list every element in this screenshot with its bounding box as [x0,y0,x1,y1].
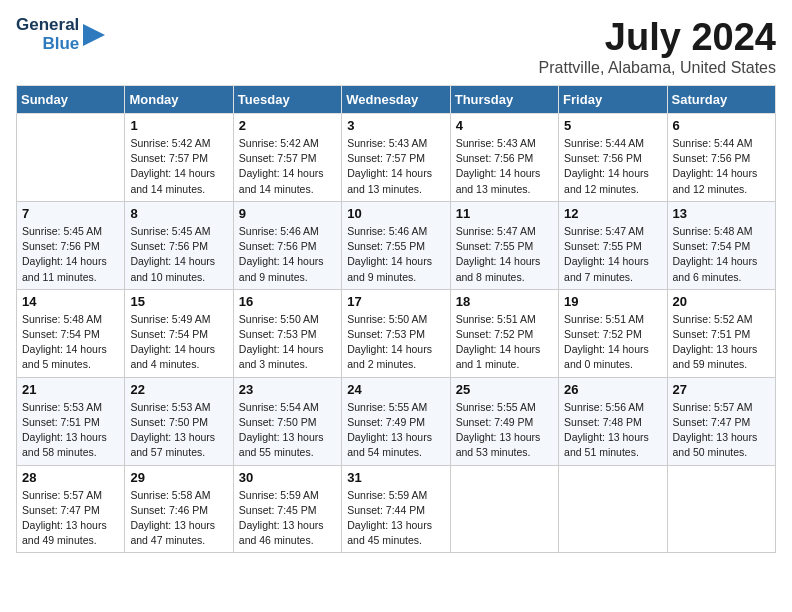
day-number: 17 [347,294,444,309]
cell-w1-d6: 5Sunrise: 5:44 AMSunset: 7:56 PMDaylight… [559,114,667,202]
cell-w5-d4: 31Sunrise: 5:59 AMSunset: 7:44 PMDayligh… [342,465,450,553]
cell-w2-d2: 8Sunrise: 5:45 AMSunset: 7:56 PMDaylight… [125,201,233,289]
day-info: Sunrise: 5:47 AMSunset: 7:55 PMDaylight:… [564,224,661,285]
cell-w1-d1 [17,114,125,202]
cell-w5-d6 [559,465,667,553]
cell-w3-d5: 18Sunrise: 5:51 AMSunset: 7:52 PMDayligh… [450,289,558,377]
day-number: 14 [22,294,119,309]
day-info: Sunrise: 5:58 AMSunset: 7:46 PMDaylight:… [130,488,227,549]
header-wednesday: Wednesday [342,86,450,114]
cell-w3-d6: 19Sunrise: 5:51 AMSunset: 7:52 PMDayligh… [559,289,667,377]
day-number: 22 [130,382,227,397]
day-number: 7 [22,206,119,221]
day-number: 5 [564,118,661,133]
day-info: Sunrise: 5:43 AMSunset: 7:56 PMDaylight:… [456,136,553,197]
day-number: 13 [673,206,770,221]
day-info: Sunrise: 5:42 AMSunset: 7:57 PMDaylight:… [130,136,227,197]
calendar-header-row: SundayMondayTuesdayWednesdayThursdayFrid… [17,86,776,114]
day-info: Sunrise: 5:49 AMSunset: 7:54 PMDaylight:… [130,312,227,373]
page-header: General Blue July 2024 Prattville, Alaba… [16,16,776,77]
day-info: Sunrise: 5:50 AMSunset: 7:53 PMDaylight:… [239,312,336,373]
header-friday: Friday [559,86,667,114]
day-info: Sunrise: 5:54 AMSunset: 7:50 PMDaylight:… [239,400,336,461]
logo-blue-text: Blue [42,35,79,54]
cell-w2-d7: 13Sunrise: 5:48 AMSunset: 7:54 PMDayligh… [667,201,775,289]
cell-w3-d3: 16Sunrise: 5:50 AMSunset: 7:53 PMDayligh… [233,289,341,377]
logo-general-text: General [16,16,79,35]
day-number: 3 [347,118,444,133]
day-number: 4 [456,118,553,133]
cell-w5-d5 [450,465,558,553]
day-info: Sunrise: 5:59 AMSunset: 7:44 PMDaylight:… [347,488,444,549]
day-number: 30 [239,470,336,485]
day-info: Sunrise: 5:52 AMSunset: 7:51 PMDaylight:… [673,312,770,373]
cell-w4-d1: 21Sunrise: 5:53 AMSunset: 7:51 PMDayligh… [17,377,125,465]
day-number: 11 [456,206,553,221]
day-info: Sunrise: 5:44 AMSunset: 7:56 PMDaylight:… [564,136,661,197]
cell-w4-d5: 25Sunrise: 5:55 AMSunset: 7:49 PMDayligh… [450,377,558,465]
day-number: 26 [564,382,661,397]
day-info: Sunrise: 5:44 AMSunset: 7:56 PMDaylight:… [673,136,770,197]
cell-w5-d7 [667,465,775,553]
day-info: Sunrise: 5:50 AMSunset: 7:53 PMDaylight:… [347,312,444,373]
day-number: 24 [347,382,444,397]
day-number: 12 [564,206,661,221]
day-number: 16 [239,294,336,309]
cell-w2-d4: 10Sunrise: 5:46 AMSunset: 7:55 PMDayligh… [342,201,450,289]
day-number: 27 [673,382,770,397]
day-info: Sunrise: 5:45 AMSunset: 7:56 PMDaylight:… [130,224,227,285]
cell-w4-d7: 27Sunrise: 5:57 AMSunset: 7:47 PMDayligh… [667,377,775,465]
cell-w2-d6: 12Sunrise: 5:47 AMSunset: 7:55 PMDayligh… [559,201,667,289]
cell-w3-d2: 15Sunrise: 5:49 AMSunset: 7:54 PMDayligh… [125,289,233,377]
cell-w3-d7: 20Sunrise: 5:52 AMSunset: 7:51 PMDayligh… [667,289,775,377]
day-info: Sunrise: 5:57 AMSunset: 7:47 PMDaylight:… [22,488,119,549]
title-block: July 2024 Prattville, Alabama, United St… [539,16,776,77]
cell-w4-d6: 26Sunrise: 5:56 AMSunset: 7:48 PMDayligh… [559,377,667,465]
logo-arrow-icon [83,20,105,50]
day-number: 29 [130,470,227,485]
day-number: 20 [673,294,770,309]
header-monday: Monday [125,86,233,114]
cell-w1-d2: 1Sunrise: 5:42 AMSunset: 7:57 PMDaylight… [125,114,233,202]
cell-w1-d5: 4Sunrise: 5:43 AMSunset: 7:56 PMDaylight… [450,114,558,202]
logo: General Blue [16,16,105,53]
header-tuesday: Tuesday [233,86,341,114]
day-info: Sunrise: 5:55 AMSunset: 7:49 PMDaylight:… [347,400,444,461]
day-info: Sunrise: 5:48 AMSunset: 7:54 PMDaylight:… [673,224,770,285]
day-info: Sunrise: 5:48 AMSunset: 7:54 PMDaylight:… [22,312,119,373]
day-info: Sunrise: 5:53 AMSunset: 7:51 PMDaylight:… [22,400,119,461]
day-number: 9 [239,206,336,221]
week-row-3: 14Sunrise: 5:48 AMSunset: 7:54 PMDayligh… [17,289,776,377]
calendar-table: SundayMondayTuesdayWednesdayThursdayFrid… [16,85,776,553]
week-row-5: 28Sunrise: 5:57 AMSunset: 7:47 PMDayligh… [17,465,776,553]
day-info: Sunrise: 5:55 AMSunset: 7:49 PMDaylight:… [456,400,553,461]
day-info: Sunrise: 5:45 AMSunset: 7:56 PMDaylight:… [22,224,119,285]
day-number: 6 [673,118,770,133]
day-info: Sunrise: 5:43 AMSunset: 7:57 PMDaylight:… [347,136,444,197]
day-number: 1 [130,118,227,133]
day-info: Sunrise: 5:53 AMSunset: 7:50 PMDaylight:… [130,400,227,461]
cell-w4-d4: 24Sunrise: 5:55 AMSunset: 7:49 PMDayligh… [342,377,450,465]
cell-w4-d2: 22Sunrise: 5:53 AMSunset: 7:50 PMDayligh… [125,377,233,465]
day-info: Sunrise: 5:46 AMSunset: 7:56 PMDaylight:… [239,224,336,285]
cell-w1-d4: 3Sunrise: 5:43 AMSunset: 7:57 PMDaylight… [342,114,450,202]
header-sunday: Sunday [17,86,125,114]
cell-w3-d1: 14Sunrise: 5:48 AMSunset: 7:54 PMDayligh… [17,289,125,377]
day-number: 31 [347,470,444,485]
day-number: 28 [22,470,119,485]
cell-w2-d3: 9Sunrise: 5:46 AMSunset: 7:56 PMDaylight… [233,201,341,289]
cell-w3-d4: 17Sunrise: 5:50 AMSunset: 7:53 PMDayligh… [342,289,450,377]
week-row-4: 21Sunrise: 5:53 AMSunset: 7:51 PMDayligh… [17,377,776,465]
week-row-2: 7Sunrise: 5:45 AMSunset: 7:56 PMDaylight… [17,201,776,289]
week-row-1: 1Sunrise: 5:42 AMSunset: 7:57 PMDaylight… [17,114,776,202]
svg-marker-0 [83,24,105,46]
day-number: 25 [456,382,553,397]
day-info: Sunrise: 5:47 AMSunset: 7:55 PMDaylight:… [456,224,553,285]
cell-w1-d3: 2Sunrise: 5:42 AMSunset: 7:57 PMDaylight… [233,114,341,202]
day-info: Sunrise: 5:59 AMSunset: 7:45 PMDaylight:… [239,488,336,549]
day-number: 23 [239,382,336,397]
day-info: Sunrise: 5:42 AMSunset: 7:57 PMDaylight:… [239,136,336,197]
day-number: 8 [130,206,227,221]
cell-w2-d5: 11Sunrise: 5:47 AMSunset: 7:55 PMDayligh… [450,201,558,289]
day-info: Sunrise: 5:57 AMSunset: 7:47 PMDaylight:… [673,400,770,461]
